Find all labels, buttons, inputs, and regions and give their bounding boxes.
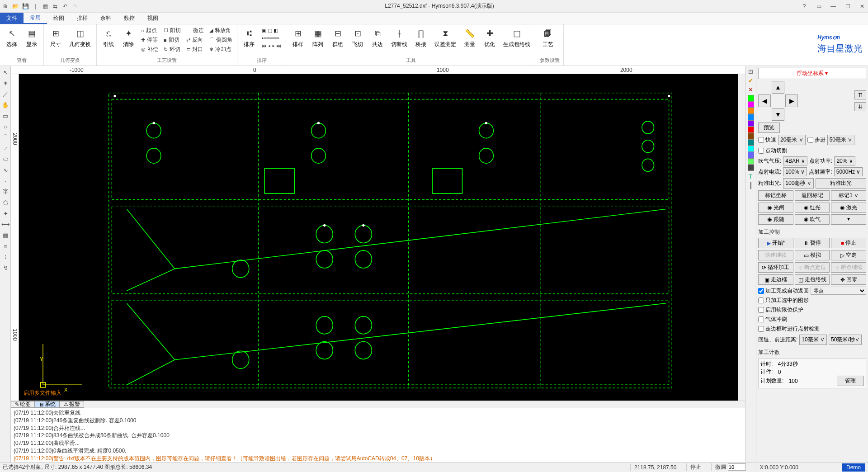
tool-point[interactable]: · [1, 176, 10, 185]
home-button[interactable]: ✥ 回零 [831, 274, 866, 285]
return-select[interactable]: 零点 [811, 287, 866, 295]
sort-button[interactable]: ⑆排序 [241, 26, 257, 49]
start-point-button[interactable]: ○ 起点 [140, 26, 159, 35]
grid-icon[interactable]: ▦ [42, 3, 49, 10]
layer-color-11[interactable] [748, 165, 754, 171]
undo-icon[interactable]: ↶ [61, 3, 69, 10]
share-edge-button[interactable]: ⧉共边 [369, 26, 386, 49]
stop-wait-button[interactable]: ✚ 停等 [140, 36, 159, 44]
size-button[interactable]: ⊞尺寸 [47, 26, 64, 49]
geom-transform-button[interactable]: ◫几何变换 [67, 26, 93, 49]
optimize-button[interactable]: ✚优化 [481, 26, 498, 49]
red-light-button[interactable]: ◉ 红光 [795, 203, 830, 213]
preview-button[interactable]: 预览 [758, 123, 780, 133]
mark-coord-button[interactable]: 标记坐标 [758, 190, 793, 201]
layer-icon-1[interactable]: ⊡ [747, 68, 755, 75]
bridge-button[interactable]: ∏桥接 [413, 26, 429, 49]
save-icon[interactable]: 💾 [22, 3, 29, 10]
tool-layer[interactable]: ≡ [1, 241, 10, 250]
mark-select[interactable]: 标记1 ∨ [831, 190, 866, 201]
inner-cut-button[interactable]: ■ 阴切 [163, 36, 182, 44]
dry-run-button[interactable]: ▷ 空走 [831, 250, 866, 260]
tab-alarm-log[interactable]: ⚠ 报警 [60, 401, 84, 408]
error-meas-button[interactable]: ⧗误差测定 [433, 26, 458, 49]
coord-system-select[interactable]: 浮动坐标系 ▾ [758, 68, 866, 79]
maximize-icon[interactable]: ☐ [844, 3, 852, 9]
open-icon[interactable]: 📂 [12, 3, 19, 10]
lead-button[interactable]: ⎌引线 [100, 26, 117, 54]
blow-press-val[interactable]: 4BAR ∨ [783, 156, 807, 165]
compensate-button[interactable]: ◎ 补偿 [140, 45, 159, 54]
shutter-button[interactable]: ◉ 光闸 [758, 203, 793, 213]
sort-nav[interactable]: ⏮ ◀ ▶ ⏭ [261, 42, 282, 49]
tool-rect[interactable]: ▭ [1, 111, 10, 120]
process-button[interactable]: 🗐工艺 [540, 26, 556, 49]
fine-out-button[interactable]: 精准出光 [816, 178, 866, 189]
frame-button[interactable]: ▣ 走边框 [758, 274, 793, 285]
micro-joint-button[interactable]: ⋯ 微连 [185, 26, 205, 35]
tool-circle[interactable]: ○ [1, 122, 10, 131]
layer-color-5[interactable] [748, 127, 754, 133]
fly-cut-button[interactable]: ⊡飞切 [349, 26, 366, 49]
dot-power-val[interactable]: 20% ∨ [834, 156, 855, 165]
tool-line[interactable]: ／ [1, 90, 10, 99]
jog-up[interactable]: ▲ [772, 81, 784, 94]
close-icon[interactable]: ✕ [858, 3, 866, 9]
tool-dim[interactable]: ⟷ [1, 220, 10, 229]
fast-value[interactable]: 20毫米 ∨ [778, 135, 806, 145]
seal-button[interactable]: ⊏ 封口 [185, 45, 205, 54]
select-button[interactable]: ↖选择 [4, 26, 20, 49]
cool-point-button[interactable]: ❄ 冷却点 [208, 45, 233, 54]
layer-color-1[interactable] [748, 101, 754, 108]
layer-color-6[interactable] [748, 133, 754, 139]
tool-img[interactable]: ▦ [1, 231, 10, 240]
layer-color-4[interactable] [748, 120, 754, 127]
retreat-dist[interactable]: 10毫米 ∨ [799, 335, 827, 345]
jog-down[interactable]: ▼ [772, 108, 784, 121]
ring-cut-button[interactable]: ↻ 环切 [163, 45, 182, 54]
tab-view[interactable]: 视图 [141, 13, 165, 24]
reverse-button[interactable]: ⇄ 反向 [185, 36, 205, 44]
layer-color-7[interactable] [748, 139, 754, 146]
dot-freq-val[interactable]: 5000Hz ∨ [834, 167, 863, 176]
breakpoint-loc-button[interactable]: ⊹ 断点定位 [795, 262, 830, 273]
layer-color-2[interactable] [748, 108, 754, 114]
jog-right[interactable]: ▶ [785, 94, 798, 107]
back-mark-button[interactable]: 返回标记 [795, 190, 830, 201]
tab-draw[interactable]: 绘图 [47, 13, 71, 24]
log-area[interactable]: (07/19 11:12:00)去除重复线(07/19 11:12:00)246… [11, 408, 745, 462]
dot-current-val[interactable]: 100% ∨ [783, 167, 807, 176]
cutoff-button[interactable]: ⟊切断线 [389, 26, 409, 49]
breakpoint-cont-button[interactable]: ⊹ 断点继续 [831, 262, 866, 273]
text-tool-icon[interactable]: T [747, 173, 755, 180]
start-button[interactable]: ▶ 开始* [758, 238, 793, 248]
outer-cut-button[interactable]: ☐ 阳切 [163, 26, 182, 35]
fine-input[interactable] [728, 463, 746, 471]
layer-color-3[interactable] [748, 114, 754, 120]
gas-flush-checkbox[interactable]: 气体冲刷 [758, 316, 866, 323]
group-button[interactable]: ⊟群组 [330, 26, 346, 49]
tool-pointer[interactable]: ↖ [1, 68, 10, 77]
z-down-button[interactable]: ⇊ [854, 102, 866, 111]
tab-remnant[interactable]: 余料 [94, 13, 118, 24]
tool-star[interactable]: ✦ [1, 209, 10, 218]
tool-arc[interactable]: ⌒ [1, 133, 10, 142]
tool-polygon[interactable]: ⬠ [1, 198, 10, 207]
stop-button[interactable]: ■ 停止 [831, 238, 866, 248]
layer-color-0[interactable] [748, 95, 754, 101]
ribbon-toggle-icon[interactable]: ▭ [815, 3, 823, 9]
scrollbar-vertical[interactable] [738, 74, 745, 401]
display-button[interactable]: ▤显示 [24, 26, 40, 49]
laser-button[interactable]: ◉ 激光 [831, 203, 866, 213]
minimize-icon[interactable]: — [829, 3, 837, 9]
frame-dot-checkbox[interactable]: 走边框时进行点射检测 [758, 325, 866, 333]
tool-spline[interactable]: ∿ [1, 165, 10, 175]
nest-button[interactable]: ⊞排样 [290, 26, 306, 49]
retreat-speed[interactable]: 50毫米/秒∨ [829, 335, 862, 345]
tab-draw-log[interactable]: ✎ 绘图 [11, 401, 35, 408]
sort-opt1[interactable]: ▣ ▢ ◧ [261, 27, 282, 34]
layer-icon-2[interactable]: ✔ [747, 77, 755, 84]
clear-button[interactable]: ✦清除 [120, 26, 137, 54]
tool-more[interactable]: ⁝ [1, 252, 10, 261]
wrap-frame-button[interactable]: ◫ 走包络线 [795, 274, 830, 285]
